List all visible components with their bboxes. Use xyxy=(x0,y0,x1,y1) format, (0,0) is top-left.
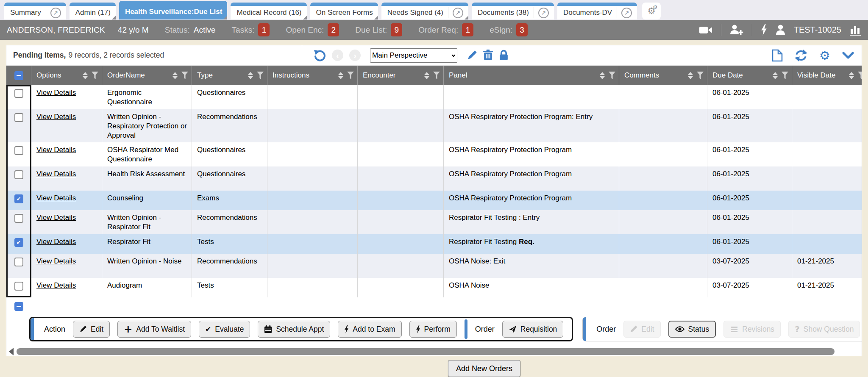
filter-icon[interactable] xyxy=(609,72,615,79)
tab-settings-button[interactable]: ⚙ ⚙ xyxy=(642,3,661,19)
collapse-chevron-icon[interactable] xyxy=(842,52,854,59)
sort-icon[interactable] xyxy=(849,72,854,79)
row-checkbox[interactable] xyxy=(14,282,23,291)
edit-perspective-icon[interactable] xyxy=(467,50,477,61)
add-person-icon[interactable] xyxy=(730,25,743,35)
open-new-window-icon[interactable]: ↗ xyxy=(538,8,549,18)
sort-icon[interactable] xyxy=(688,72,693,79)
perspective-select[interactable]: Main Perspective xyxy=(370,48,457,63)
filter-icon[interactable] xyxy=(858,72,862,79)
settings-gear-icon[interactable]: ⚙ xyxy=(819,48,830,63)
scroll-left-arrow[interactable] xyxy=(9,348,14,355)
edit-button[interactable]: Edit xyxy=(73,321,110,338)
tab-medical-record[interactable]: Medical Record (16) xyxy=(231,3,306,19)
view-details-link[interactable]: View Details xyxy=(36,170,76,178)
sort-icon[interactable] xyxy=(248,72,253,79)
row-checkbox[interactable]: ✔ xyxy=(14,194,23,203)
column-header-visible-date[interactable]: Visible Date xyxy=(792,66,862,85)
cell-instructions xyxy=(267,191,358,210)
tasks-counter[interactable]: Tasks: 1 xyxy=(232,23,270,36)
order-req-counter[interactable]: Order Req: 1 xyxy=(418,23,473,36)
column-header-ordername[interactable]: OrderName xyxy=(102,66,192,85)
view-details-link[interactable]: View Details xyxy=(36,113,76,121)
column-header-due-date[interactable]: Due Date xyxy=(707,66,792,85)
cell-due-date: 06-01-2025 xyxy=(707,210,792,234)
perform-button[interactable]: Perform xyxy=(409,321,457,338)
due-list-counter[interactable]: Due List: 9 xyxy=(355,23,402,36)
cell-encounter xyxy=(358,191,444,210)
view-details-link[interactable]: View Details xyxy=(36,89,76,97)
row-checkbox[interactable] xyxy=(14,146,23,155)
column-header-options[interactable]: Options xyxy=(31,66,102,85)
patient-status: Status: Active xyxy=(165,25,216,35)
row-checkbox[interactable] xyxy=(14,258,23,266)
sort-icon[interactable] xyxy=(172,72,178,79)
filter-icon[interactable] xyxy=(347,72,354,79)
row-checkbox[interactable] xyxy=(14,214,23,223)
filter-icon[interactable] xyxy=(697,72,704,79)
view-details-link[interactable]: View Details xyxy=(36,257,76,265)
sort-icon[interactable] xyxy=(600,72,605,79)
cell-panel: Respirator Fit Testing Req. xyxy=(444,234,619,254)
bar-chart-icon[interactable] xyxy=(850,24,861,36)
filter-icon[interactable] xyxy=(257,72,264,79)
row-checkbox[interactable] xyxy=(14,113,23,122)
filter-icon[interactable] xyxy=(181,72,188,79)
tab-health-surveillance-due-list[interactable]: Health Surveillance:Due List xyxy=(119,1,228,19)
new-document-icon[interactable] xyxy=(772,49,783,62)
open-new-window-icon[interactable]: ↗ xyxy=(621,8,632,18)
row-checkbox[interactable]: ✔ xyxy=(14,238,23,247)
lock-icon[interactable] xyxy=(499,50,509,61)
tab-summary[interactable]: Summary ↗ xyxy=(4,3,66,19)
view-details-link[interactable]: View Details xyxy=(36,194,76,202)
view-details-link[interactable]: View Details xyxy=(36,213,76,222)
revisions-button: ≡ Revisions xyxy=(723,321,781,338)
view-details-link[interactable]: View Details xyxy=(36,146,76,154)
add-new-orders-button[interactable]: Add New Orders xyxy=(448,360,520,377)
refresh-icon[interactable] xyxy=(795,50,807,61)
row-checkbox[interactable] xyxy=(14,89,23,98)
filter-icon[interactable] xyxy=(433,72,440,79)
bottom-select-all-row xyxy=(6,297,862,315)
delete-perspective-icon[interactable] xyxy=(483,50,493,61)
view-details-link[interactable]: View Details xyxy=(36,238,76,246)
tab-on-screen-forms[interactable]: On Screen Forms xyxy=(310,3,378,19)
column-header-instructions[interactable]: Instructions xyxy=(267,66,358,85)
sort-icon[interactable] xyxy=(83,72,88,79)
open-new-window-icon[interactable]: ↗ xyxy=(50,8,61,18)
evaluate-button[interactable]: ✔ Evaluate xyxy=(199,321,250,338)
filter-icon[interactable] xyxy=(782,72,788,79)
add-to-exam-button[interactable]: Add to Exam xyxy=(338,321,401,338)
tab-needs-signed[interactable]: Needs Signed (4) ↗ xyxy=(381,3,468,19)
column-header-comments[interactable]: Comments xyxy=(619,66,707,85)
select-all-checkbox[interactable] xyxy=(14,71,23,80)
video-camera-icon[interactable] xyxy=(699,26,712,34)
sort-icon[interactable] xyxy=(773,72,778,79)
add-to-waitlist-button[interactable]: + Add To Waitlist xyxy=(117,321,191,338)
column-header-type[interactable]: Type xyxy=(192,66,267,85)
tab-documents-dv[interactable]: Documents-DV ↗ xyxy=(557,3,637,19)
status-button[interactable]: Status xyxy=(668,321,716,338)
tab-label: Medical Record (16) xyxy=(236,8,301,17)
sort-icon[interactable] xyxy=(338,72,343,79)
bottom-select-all-checkbox[interactable] xyxy=(14,302,23,311)
sort-icon[interactable] xyxy=(424,72,429,79)
view-details-link[interactable]: View Details xyxy=(36,281,76,289)
action-bar: Action Edit + Add To Waitlist ✔ Evaluate… xyxy=(6,315,862,343)
horizontal-scrollbar-thumb[interactable] xyxy=(17,348,835,355)
column-header-encounter[interactable]: Encounter xyxy=(358,66,444,85)
requisition-button[interactable]: Requisition xyxy=(502,321,564,338)
undo-icon[interactable] xyxy=(313,49,326,62)
open-new-window-icon[interactable]: ↗ xyxy=(453,8,463,18)
filter-icon[interactable] xyxy=(92,72,98,79)
row-checkbox[interactable] xyxy=(14,170,23,179)
open-enc-counter[interactable]: Open Enc: 2 xyxy=(286,23,339,36)
lightning-icon[interactable] xyxy=(761,24,767,36)
cell-encounter xyxy=(358,234,444,254)
cell-instructions xyxy=(267,85,358,109)
schedule-appt-button[interactable]: Schedule Appt xyxy=(258,321,330,338)
esign-counter[interactable]: eSign: 3 xyxy=(490,23,528,36)
tab-documents[interactable]: Documents (38) ↗ xyxy=(472,3,554,19)
tab-admin[interactable]: Admin (17) xyxy=(70,3,116,19)
column-header-panel[interactable]: Panel xyxy=(444,66,619,85)
